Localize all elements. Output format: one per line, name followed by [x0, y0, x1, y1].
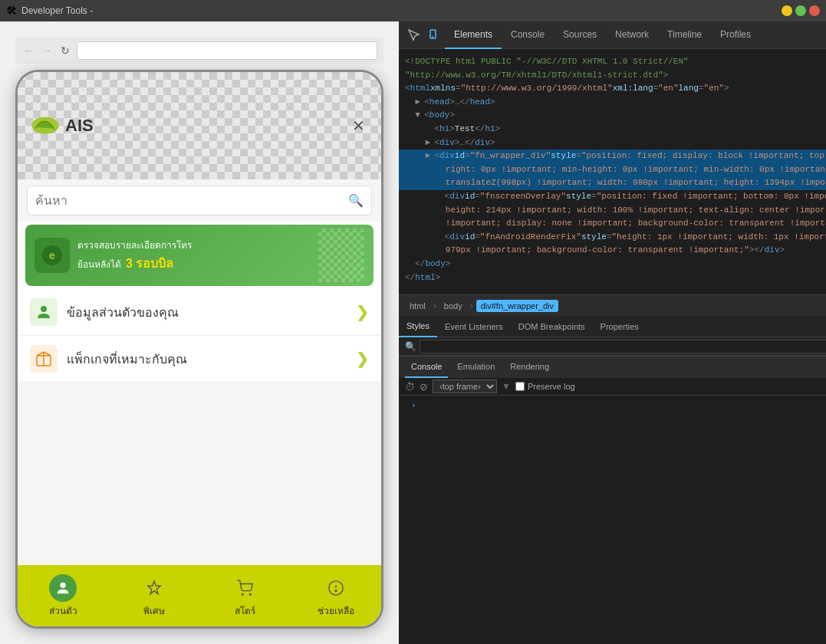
indent: [405, 258, 415, 271]
indent: [405, 123, 425, 136]
menu-item-package[interactable]: แพ็กเกจที่เหมาะกับคุณ ❯: [18, 336, 381, 383]
code-line: ▼ <body>: [399, 109, 826, 123]
filter-icon[interactable]: ⊘: [420, 381, 428, 393]
frame-selector[interactable]: ‹top frame›: [433, 380, 497, 393]
banner-area[interactable]: e ตรวจสอบรายละเอียดการโทร ย้อนหลังได้ 3 …: [25, 225, 374, 286]
code-line: <div id="fnAndroidRenderFix" style="heig…: [399, 231, 826, 245]
package-arrow: ❯: [356, 350, 369, 368]
nav-item-special[interactable]: พิเศษ: [109, 574, 200, 618]
tab-profiles[interactable]: Profiles: [711, 21, 760, 49]
selected-code-line[interactable]: ► <div id="fn_wrapper_div" style="positi…: [399, 150, 826, 163]
console-area: Console Emulation Rendering ⏱ ⊘ ‹top fra…: [399, 356, 826, 448]
toggle[interactable]: ►: [425, 150, 434, 163]
personal-info-icon: [30, 298, 58, 326]
search-icon[interactable]: 🔍: [348, 193, 364, 208]
styles-tab[interactable]: Styles: [399, 316, 437, 337]
nav-item-help[interactable]: ช่วยเหลือ: [291, 574, 382, 618]
console-filter-row: ⏱ ⊘ ‹top frame› ▼ Preserve log: [399, 378, 826, 396]
search-bar: ค้นหา 🔍: [18, 179, 381, 222]
nav-help-icon: [322, 574, 350, 602]
indent: [405, 136, 425, 150]
breadcrumb-body[interactable]: body: [439, 300, 467, 312]
code-line: "http://www.w3.org/TR/xhtml1/DTD/xhtml1-…: [399, 69, 826, 83]
ais-logo-icon: [30, 114, 61, 137]
preserve-log-checkbox[interactable]: [515, 382, 525, 391]
console-content[interactable]: ›: [399, 396, 826, 448]
code-line: <div id="fnscreenOverlay" style="positio…: [399, 190, 826, 204]
package-icon: [30, 345, 58, 373]
breadcrumb-div[interactable]: div#fn_wrapper_div: [476, 300, 558, 312]
code-line: </html>: [399, 271, 826, 285]
styles-filter-input[interactable]: [420, 340, 826, 353]
tab-timeline[interactable]: Timeline: [658, 21, 711, 49]
nav-special-icon: [140, 574, 168, 602]
browser-bar: ← → ↻: [15, 37, 383, 64]
properties-tab[interactable]: Properties: [593, 316, 647, 337]
minimize-button[interactable]: [782, 5, 792, 16]
svg-point-7: [242, 593, 244, 595]
tab-sources[interactable]: Sources: [554, 21, 606, 49]
dom-breakpoints-tab[interactable]: DOM Breakpoints: [511, 316, 593, 337]
phone-header: AIS ✕: [18, 72, 381, 179]
nav-store-label: สโตร์: [235, 603, 255, 618]
clock-icon[interactable]: ⏱: [405, 381, 415, 393]
address-bar[interactable]: [77, 41, 377, 60]
preserve-log-label: Preserve log: [528, 382, 575, 391]
svg-point-10: [335, 590, 337, 591]
back-button[interactable]: ←: [21, 44, 35, 58]
forward-button[interactable]: →: [40, 44, 54, 58]
toggle[interactable]: ►: [415, 96, 424, 110]
phone-close-button[interactable]: ✕: [347, 115, 369, 136]
left-panel: ← → ↻ AIS ✕: [0, 21, 399, 644]
tab-console[interactable]: Console: [502, 21, 554, 49]
svg-point-8: [250, 593, 252, 595]
close-button[interactable]: [809, 5, 820, 16]
banner-title: ตรวจสอบรายละเอียดการโทร: [77, 238, 311, 252]
tab-network[interactable]: Network: [606, 21, 658, 49]
tab-elements[interactable]: Elements: [445, 21, 502, 49]
maximize-button[interactable]: [795, 5, 806, 16]
toggle[interactable]: ►: [425, 136, 434, 150]
console-tab-emulation[interactable]: Emulation: [451, 356, 501, 378]
inspect-element-button[interactable]: [405, 26, 423, 44]
svg-point-3: [41, 306, 47, 312]
svg-text:e: e: [49, 249, 55, 261]
filter-bar: 🔍 + ↻ ◐: [399, 337, 826, 356]
indent: [405, 109, 415, 123]
code-content: <!DOCTYPE html PUBLIC "-//W3C//DTD XHTML…: [405, 55, 689, 69]
code-line: ► <head> … </head>: [399, 96, 826, 110]
selected-code-line-cont2: translateZ(998px) !important; width: 980…: [399, 176, 826, 190]
app-icon: 🛠: [6, 5, 17, 17]
banner-phone-image: [318, 228, 364, 282]
search-input-wrap[interactable]: ค้นหา 🔍: [27, 186, 372, 215]
indent: [405, 244, 446, 258]
selected-code-line-cont: right: 0px !important; min-height: 0px !…: [399, 163, 826, 177]
console-tab-console[interactable]: Console: [405, 356, 448, 378]
personal-info-label: ข้อมูลส่วนตัวของคุณ: [67, 303, 347, 322]
code-line: <html xmlns="http://www.w3.org/1999/xhtm…: [399, 82, 826, 96]
toggle[interactable]: ▼: [415, 109, 424, 123]
banner-line2: ย้อนหลังได้: [77, 257, 121, 271]
console-toolbar: Console Emulation Rendering: [399, 356, 826, 378]
devtools-panel: Elements Console Sources Network Timelin…: [399, 21, 826, 644]
banner-icon: e: [35, 238, 70, 273]
console-tab-rendering[interactable]: Rendering: [504, 356, 555, 378]
devtools-tabs: Elements Console Sources Network Timelin…: [445, 21, 826, 49]
phone-frame: AIS ✕ ค้นหา 🔍 e: [15, 70, 383, 629]
device-toggle-button[interactable]: [425, 26, 443, 44]
nav-item-personal[interactable]: ส่วนตัว: [18, 574, 109, 618]
code-area[interactable]: <!DOCTYPE html PUBLIC "-//W3C//DTD XHTML…: [399, 49, 826, 294]
breadcrumb-html[interactable]: html: [405, 300, 430, 312]
code-line: <h1>Test</h1>: [399, 123, 826, 136]
nav-personal-icon: [49, 574, 77, 602]
nav-item-store[interactable]: สโตร์: [199, 574, 291, 618]
nav-personal-label: ส่วนตัว: [49, 603, 77, 618]
menu-item-personal[interactable]: ข้อมูลส่วนตัวของคุณ ❯: [18, 289, 381, 336]
ais-logo: AIS: [30, 114, 94, 137]
code-line: height: 214px !important; width: 100% !i…: [399, 204, 826, 218]
eservice-icon: e: [41, 244, 64, 267]
title-bar: 🛠 Developer Tools -: [0, 0, 826, 21]
devtools-toolbar: Elements Console Sources Network Timelin…: [399, 21, 826, 49]
event-listeners-tab[interactable]: Event Listeners: [437, 316, 511, 337]
refresh-button[interactable]: ↻: [58, 44, 72, 58]
